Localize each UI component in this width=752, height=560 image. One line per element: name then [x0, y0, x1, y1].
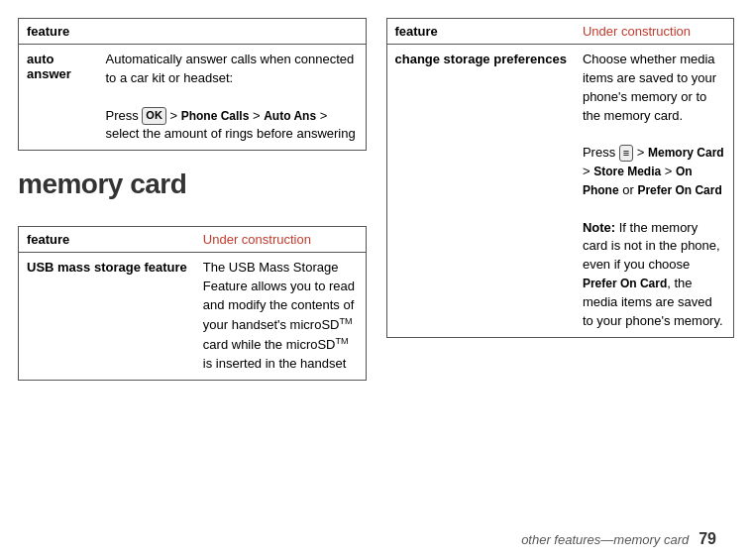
- storage-prefs-label: change storage preferences: [386, 45, 575, 338]
- usb-storage-label: USB mass storage feature: [19, 253, 195, 381]
- storage-prefs-table: feature Under construction change storag…: [386, 18, 735, 338]
- auto-answer-table: feature autoanswer Automatically answer …: [18, 18, 367, 151]
- page-number: 79: [698, 530, 716, 548]
- table1-feature-header: feature: [19, 19, 367, 45]
- memory-card-heading: memory card: [18, 168, 367, 200]
- right-table-feature-header: feature: [386, 19, 575, 45]
- table-row: change storage preferences Choose whethe…: [386, 45, 734, 338]
- store-media-text: Store Media: [593, 165, 661, 178]
- usb-storage-table: feature Under construction USB mass stor…: [18, 226, 367, 381]
- note-label: Note:: [583, 220, 615, 235]
- right-column: feature Under construction change storag…: [386, 18, 735, 520]
- auto-answer-label: autoanswer: [19, 45, 98, 151]
- phone-calls-text: Phone Calls: [181, 109, 250, 123]
- right-table-status-header: Under construction: [575, 19, 734, 45]
- footer-text: other features—memory card: [521, 532, 689, 547]
- storage-prefs-desc: Choose whether media items are saved to …: [575, 45, 734, 338]
- auto-ans-text: Auto Ans: [264, 109, 316, 123]
- table2-feature-header: feature: [19, 227, 195, 253]
- prefer-on-card-note-text: Prefer On Card: [583, 277, 667, 290]
- auto-answer-desc: Automatically answer calls when connecte…: [98, 45, 367, 151]
- table2-status-header: Under construction: [195, 227, 366, 253]
- prefer-on-card-text: Prefer On Card: [637, 183, 721, 197]
- left-column: feature autoanswer Automatically answer …: [18, 18, 367, 520]
- menu-button-icon: ≡: [619, 145, 633, 162]
- memory-card-text: Memory Card: [648, 146, 724, 160]
- ok-button-icon: OK: [142, 107, 166, 124]
- footer: other features—memory card 79: [0, 530, 734, 548]
- usb-storage-desc: The USB Mass Storage Feature allows you …: [195, 253, 366, 381]
- table-row: autoanswer Automatically answer calls wh…: [19, 45, 367, 151]
- table-row: USB mass storage feature The USB Mass St…: [19, 253, 367, 381]
